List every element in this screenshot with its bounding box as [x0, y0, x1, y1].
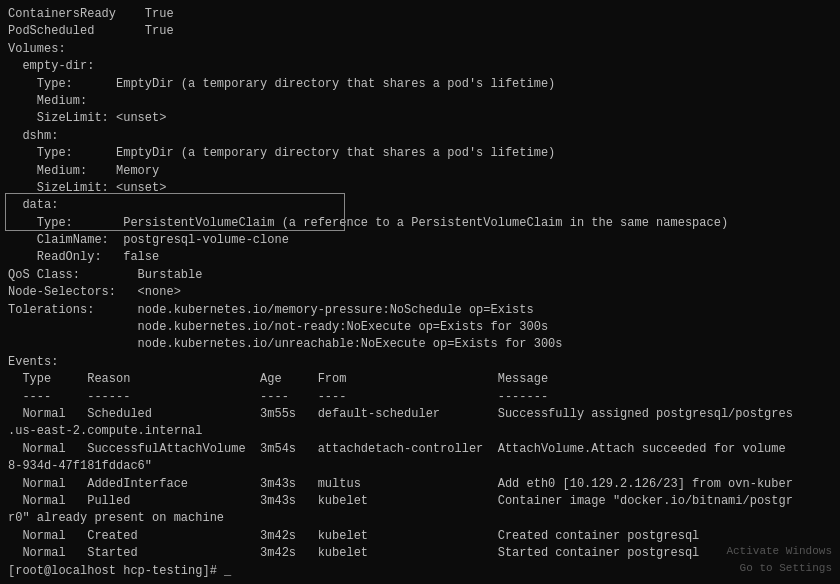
terminal-line-8: Type: EmptyDir (a temporary directory th… — [8, 145, 832, 162]
terminal-line-27: 8-934d-47f181fddac6" — [8, 458, 832, 475]
terminal-line-16: Node-Selectors: <none> — [8, 284, 832, 301]
watermark-line2: Go to Settings — [726, 560, 832, 577]
terminal-line-29: Normal Pulled 3m43s kubelet Container im… — [8, 493, 832, 510]
terminal-line-28: Normal AddedInterface 3m43s multus Add e… — [8, 476, 832, 493]
terminal-line-32: Normal Started 3m42s kubelet Started con… — [8, 545, 832, 562]
terminal-line-30: r0" already present on machine — [8, 510, 832, 527]
terminal-line-3: empty-dir: — [8, 58, 832, 75]
terminal-line-22: Type Reason Age From Message — [8, 371, 832, 388]
terminal-line-33: [root@localhost hcp-testing]# _ — [8, 563, 832, 580]
terminal-line-24: Normal Scheduled 3m55s default-scheduler… — [8, 406, 832, 423]
terminal-line-19: node.kubernetes.io/unreachable:NoExecute… — [8, 336, 832, 353]
terminal-line-17: Tolerations: node.kubernetes.io/memory-p… — [8, 302, 832, 319]
terminal-line-23: ---- ------ ---- ---- ------- — [8, 389, 832, 406]
terminal-line-4: Type: EmptyDir (a temporary directory th… — [8, 76, 832, 93]
terminal-line-15: QoS Class: Burstable — [8, 267, 832, 284]
terminal-line-12: Type: PersistentVolumeClaim (a reference… — [8, 215, 832, 232]
terminal-line-0: ContainersReady True — [8, 6, 832, 23]
terminal-line-1: PodScheduled True — [8, 23, 832, 40]
terminal-line-10: SizeLimit: <unset> — [8, 180, 832, 197]
terminal-line-11: data: — [8, 197, 832, 214]
terminal-window: ContainersReady True PodScheduled True V… — [0, 0, 840, 584]
terminal-line-31: Normal Created 3m42s kubelet Created con… — [8, 528, 832, 545]
terminal-line-25: .us-east-2.compute.internal — [8, 423, 832, 440]
terminal-line-9: Medium: Memory — [8, 163, 832, 180]
terminal-line-5: Medium: — [8, 93, 832, 110]
terminal-line-7: dshm: — [8, 128, 832, 145]
terminal-line-14: ReadOnly: false — [8, 249, 832, 266]
windows-watermark: Activate Windows Go to Settings — [726, 543, 832, 576]
terminal-line-13: ClaimName: postgresql-volume-clone — [8, 232, 832, 249]
terminal-line-6: SizeLimit: <unset> — [8, 110, 832, 127]
terminal-line-21: Events: — [8, 354, 832, 371]
watermark-line1: Activate Windows — [726, 543, 832, 560]
terminal-line-2: Volumes: — [8, 41, 832, 58]
terminal-line-18: node.kubernetes.io/not-ready:NoExecute o… — [8, 319, 832, 336]
terminal-line-26: Normal SuccessfulAttachVolume 3m54s atta… — [8, 441, 832, 458]
